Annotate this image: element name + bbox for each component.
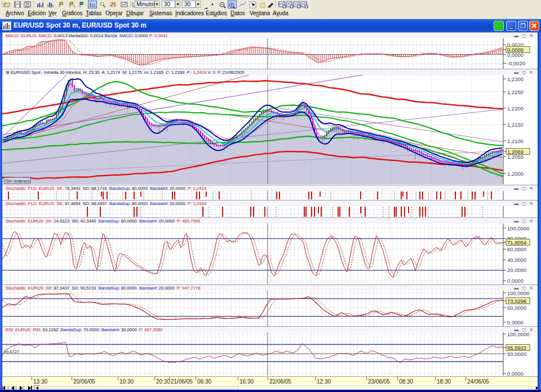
svg-text:1,2250: 1,2250 <box>507 89 524 95</box>
svg-text:50,0000: 50,0000 <box>507 305 526 311</box>
svg-text:1,2100: 1,2100 <box>507 138 524 144</box>
svg-text:20,0000: 20,0000 <box>507 267 526 273</box>
svg-text:1,2150: 1,2150 <box>507 122 524 128</box>
svg-text:65,5922: 65,5922 <box>507 345 526 351</box>
svg-text:1,2000: 1,2000 <box>507 171 524 177</box>
svg-text:0,0009: 0,0009 <box>507 47 524 53</box>
svg-text:100,0000: 100,0000 <box>507 291 530 296</box>
svg-text:0,0000: 0,0000 <box>507 371 524 376</box>
svg-text:Sin órdenes: Sin órdenes <box>6 179 30 184</box>
svg-text:60,0000: 60,0000 <box>507 246 526 252</box>
svg-text:49,6727: 49,6727 <box>4 349 19 354</box>
svg-text:1,2069: 1,2069 <box>507 149 524 155</box>
svg-text:100,0000: 100,0000 <box>507 225 530 231</box>
svg-text:100,0000: 100,0000 <box>507 332 530 337</box>
svg-text:1,2200: 1,2200 <box>507 105 524 112</box>
svg-text:-0,0020: -0,0020 <box>507 60 525 66</box>
svg-text:50,0000: 50,0000 <box>507 351 526 357</box>
svg-text:1,2300: 1,2300 <box>507 76 524 82</box>
svg-text:0,0000: 0,0000 <box>507 319 524 326</box>
svg-text:0,0000: 0,0000 <box>507 278 524 284</box>
svg-text:40,0000: 40,0000 <box>507 257 526 263</box>
svg-text:73,0296: 73,0296 <box>507 298 526 304</box>
svg-text:71,8054: 71,8054 <box>507 239 526 246</box>
